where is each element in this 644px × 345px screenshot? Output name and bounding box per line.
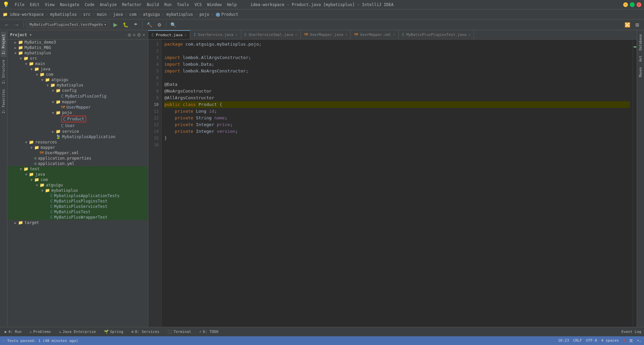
menu-tools[interactable]: Tools [174,2,192,8]
breadcrumb-src[interactable]: src [83,12,91,17]
sidebar-tab-structure[interactable]: 2: Structure [1,57,6,87]
tab-close-btn[interactable]: × [235,33,237,37]
breadcrumb-java[interactable]: java [113,12,123,17]
panel-settings-btn[interactable]: ⚙ [137,32,141,38]
menu-analyze[interactable]: Analyze [97,2,119,8]
tree-item-service[interactable]: ▶ 📁 service [7,129,148,134]
breadcrumb-mybatisplus[interactable]: mybatisplus [50,12,76,17]
tree-item-java-test[interactable]: ▼ 📁 java [7,172,148,177]
tree-item-mybatis-mbg[interactable]: ▶ 📁 MyBatis_MBG [7,45,148,50]
tree-item-main[interactable]: ▼ 📁 main [7,61,148,66]
code-content[interactable]: package com.atguigu.mybatisplus.pojo; im… [162,40,633,327]
breadcrumb-mybatisplus2[interactable]: mybatisplus [166,12,193,17]
coverage-button[interactable]: ☂ [131,21,140,29]
tab-close-btn[interactable]: × [345,33,347,37]
bottom-tab-problems[interactable]: ⚠ Problems [28,329,53,335]
menu-navigate[interactable]: Navigate [57,2,82,8]
tree-item-mybatisplus-test[interactable]: ▼ 📁 mybatisplus [7,188,148,193]
layout-button[interactable]: ⊞ [633,21,641,29]
tree-item-mybatis-demo3[interactable]: ▶ 📁 MyBatis_demo3 [7,40,148,45]
tab-userservice-java[interactable]: I UserService.java × [190,30,241,39]
tree-item-test[interactable]: ▼ 📁 test [7,166,148,172]
tree-item-usermapperxml[interactable]: 🗺 UserMapper.xml [7,150,148,156]
tree-item-mapper-resources[interactable]: ▼ 📁 mapper [7,145,148,150]
tree-item-product[interactable]: C Product [7,115,148,123]
breadcrumb-pojo[interactable]: pojo [200,12,209,17]
menu-help[interactable]: Help [224,2,239,8]
menu-build[interactable]: Build [144,2,162,8]
close-button[interactable]: × [637,2,641,7]
tree-item-mapper[interactable]: ▼ 📁 mapper [7,99,148,105]
tab-usermapper-xml[interactable]: 🗺 UserMapper.xml × [351,30,399,39]
menu-edit[interactable]: Edit [27,2,42,8]
bottom-tab-java-enterprise[interactable]: ☕ Java Enterprise [57,329,98,335]
tab-close-btn[interactable]: × [393,33,395,37]
menu-view[interactable]: View [42,2,57,8]
panel-locate-btn[interactable]: ⊕ [127,32,131,38]
search-btn[interactable]: 🔍 [169,21,177,29]
tree-item-mybatisplusapp[interactable]: 🍃 MybatisplusApplication [7,134,148,139]
tab-product-java[interactable]: C Product.java × [148,30,190,39]
breadcrumb-workspace[interactable]: idea-workspace [10,12,44,17]
tab-close-btn[interactable]: × [295,33,297,37]
breadcrumb-product[interactable]: ⬤ [216,12,220,17]
minimize-button[interactable]: − [623,2,628,7]
sidebar-tab-maven[interactable]: Maven [638,64,643,80]
tree-item-com[interactable]: ▼ 📁 com [7,72,148,77]
tree-item-pojo[interactable]: ▼ 📁 pojo [7,110,148,115]
event-log-btn[interactable]: Event Log [621,330,641,334]
panel-close-btn[interactable]: × [143,32,145,38]
bottom-tab-todo[interactable]: ✓ 6: TODO [197,329,220,335]
tree-item-appyml[interactable]: ⚙ application.yml [7,161,148,166]
tree-item-servicetest[interactable]: C MyBatisPlusServiceTest [7,204,148,209]
menu-refactor[interactable]: Refactor [119,2,144,8]
sidebar-tab-project[interactable]: 1: Project [1,32,6,57]
sidebar-tab-favorites[interactable]: 2: Favorites [1,87,6,116]
tree-item-usermapper[interactable]: 🗺 UserMapper [7,105,148,110]
tree-item-mybatisplus-inner[interactable]: ▼ 📁 mybatisplus [7,82,148,88]
breadcrumb-com[interactable]: com [129,12,137,17]
tree-item-resources[interactable]: ▼ 📁 resources [7,139,148,145]
build-button[interactable]: 🔨 [145,21,153,29]
bottom-tab-terminal[interactable]: ⬛ Terminal [165,329,193,335]
tab-close-btn[interactable]: × [184,33,186,37]
tree-item-wrappertest[interactable]: C MyBatisPlusWrapperTest [7,215,148,220]
debug-button[interactable]: 🐛 [121,21,129,29]
tree-item-mybatisplus[interactable]: ▼ 📁 mybatisplus [7,50,148,56]
tree-item-src[interactable]: ▼ 📁 src [7,56,148,61]
run-config-selector[interactable]: MyBatisPlusPluginsTest.testPageVo ▾ [26,21,109,28]
toolbar-back-btn[interactable]: ← [3,21,11,29]
sidebar-tab-database[interactable]: Database [638,32,643,53]
settings-button[interactable]: ⚙ [155,21,163,29]
tree-item-config[interactable]: ▼ 📁 config [7,88,148,93]
tree-item-appprops[interactable]: ⚙ application.properties [7,156,148,161]
tree-item-apptests[interactable]: C MybatisplusApplicationTests [7,193,148,198]
breadcrumb-product-label[interactable]: Product [221,12,238,17]
tree-item-com-test[interactable]: ▼ 📁 com [7,177,148,182]
menu-vcs[interactable]: VCS [192,2,205,8]
bottom-tab-run[interactable]: ▶ 4: Run [3,329,23,335]
toolbar-forward-btn[interactable]: → [13,21,21,29]
git-button[interactable]: 🔀 [623,21,631,29]
maximize-button[interactable]: □ [630,2,635,7]
panel-collapse-btn[interactable]: ≡ [133,32,136,38]
tab-userserviceimpl-java[interactable]: C UserServiceImpl.java × [241,30,301,39]
sidebar-tab-ant[interactable]: Ant [638,53,643,64]
tree-item-pluginstest[interactable]: C MyBatisPlusPluginsTest [7,198,148,204]
breadcrumb-atguigu[interactable]: atguigu [143,12,160,17]
breadcrumb-main[interactable]: main [97,12,107,17]
tab-mybatisplusplugins-java[interactable]: C MyBatisPlusPluginsTest.java × [399,30,474,39]
tree-item-atguigu[interactable]: ▼ 📁 atguigu [7,77,148,82]
menu-run[interactable]: Run [162,2,174,8]
menu-window[interactable]: Window [204,2,224,8]
menu-file[interactable]: File [12,2,27,8]
tree-item-mybatisplusconfig[interactable]: C MyBatisPlusConfig [7,93,148,99]
tree-item-atguigu-test[interactable]: ▼ 📁 atguigu [7,182,148,188]
menu-code[interactable]: Code [82,2,97,8]
tab-close-btn[interactable]: × [468,33,470,37]
tree-item-target[interactable]: ▶ 📁 target [7,220,148,225]
bottom-tab-services[interactable]: ⚙ 8: Services [129,329,161,335]
tree-item-user[interactable]: C User [7,123,148,129]
tree-item-mybatisplustest[interactable]: C MyBatisPlusTest [7,209,148,215]
bottom-tab-spring[interactable]: 🌱 Spring [102,329,125,335]
